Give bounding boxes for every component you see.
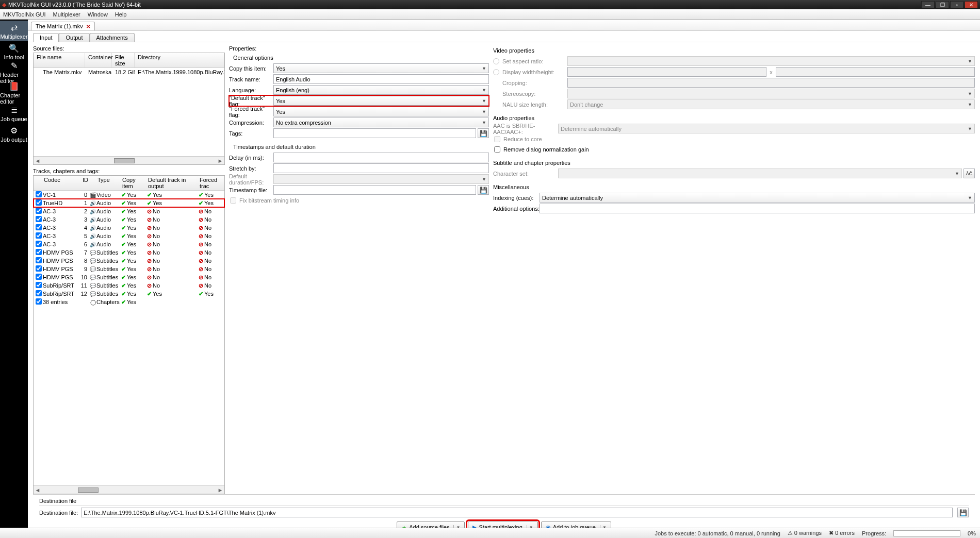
col-filesize[interactable]: File size bbox=[112, 53, 135, 68]
track-row[interactable]: VC-10🎬Video✔ Yes✔ Yes✔ Yes bbox=[34, 191, 224, 199]
file-tab[interactable]: The Matrix (1).mkv ✕ bbox=[31, 22, 95, 30]
tracks-list[interactable]: Codec ID Type Copy item Default track in… bbox=[33, 175, 225, 494]
duration-label: Default duration/FPS: bbox=[229, 173, 273, 186]
menu-gui[interactable]: MKVToolNix GUI bbox=[3, 11, 46, 18]
track-checkbox[interactable] bbox=[36, 265, 42, 272]
track-checkbox[interactable] bbox=[36, 274, 42, 280]
language-select[interactable]: English (eng)▼ bbox=[273, 85, 489, 95]
remove-dialog-checkbox[interactable] bbox=[494, 146, 500, 153]
track-checkbox[interactable] bbox=[36, 249, 42, 255]
track-row[interactable]: 38 entries◯Chapters✔ Yes bbox=[34, 298, 224, 306]
minimize-button[interactable]: — bbox=[921, 1, 935, 8]
source-file-row[interactable]: The Matrix.mkv Matroska 18.2 GiB E:\The.… bbox=[34, 68, 224, 76]
destination-input[interactable] bbox=[81, 508, 953, 517]
charset-preview-button[interactable]: ÂĈ bbox=[963, 169, 975, 178]
track-checkbox[interactable] bbox=[36, 191, 42, 197]
track-default: ⊘ No bbox=[147, 282, 199, 289]
timestamp-file-browse-button[interactable]: 💾 bbox=[478, 185, 489, 195]
col-default[interactable]: Default track in output bbox=[147, 177, 199, 189]
cell-filename: The Matrix.mkv bbox=[34, 69, 85, 76]
col-container[interactable]: Container bbox=[85, 53, 112, 68]
track-forced: ⊘ No bbox=[199, 233, 222, 240]
sidebar-info-tool[interactable]: 🔍Info tool bbox=[0, 41, 28, 62]
track-row[interactable]: HDMV PGS10💬Subtitles✔ Yes⊘ No⊘ No bbox=[34, 273, 224, 281]
track-name-input[interactable] bbox=[273, 74, 489, 84]
sidebar-multiplexer[interactable]: ⇄Multiplexer bbox=[0, 21, 28, 41]
tab-attachments[interactable]: Attachments bbox=[90, 33, 135, 42]
track-checkbox[interactable] bbox=[36, 232, 42, 239]
track-row[interactable]: AC-36🔊Audio✔ Yes⊘ No⊘ No bbox=[34, 240, 224, 248]
track-default: ✔ Yes bbox=[147, 291, 199, 297]
sidebar-chapter-editor[interactable]: 📕Chapter editor bbox=[0, 82, 28, 103]
track-row[interactable]: AC-32🔊Audio✔ Yes⊘ No⊘ No bbox=[34, 207, 224, 215]
col-id[interactable]: ID bbox=[79, 177, 89, 189]
close-tab-icon[interactable]: ✕ bbox=[86, 24, 90, 29]
track-copy: ✔ Yes bbox=[121, 208, 147, 215]
maximize-button[interactable]: ❐ bbox=[936, 1, 949, 8]
track-row[interactable]: SubRip/SRT11💬Subtitles✔ Yes⊘ No⊘ No bbox=[34, 281, 224, 290]
track-row[interactable]: AC-34🔊Audio✔ Yes⊘ No⊘ No bbox=[34, 224, 224, 232]
indexing-select[interactable]: Determine automatically▼ bbox=[540, 193, 975, 203]
track-row[interactable]: TrueHD1🔊Audio✔ Yes✔ Yes✔ Yes bbox=[34, 199, 224, 207]
stretch-input[interactable] bbox=[273, 163, 489, 173]
multiplexer-icon: ⇄ bbox=[9, 22, 19, 32]
track-row[interactable]: AC-35🔊Audio✔ Yes⊘ No⊘ No bbox=[34, 232, 224, 240]
col-codec[interactable]: Codec bbox=[43, 177, 79, 189]
track-row[interactable]: HDMV PGS9💬Subtitles✔ Yes⊘ No⊘ No bbox=[34, 265, 224, 273]
track-checkbox[interactable] bbox=[36, 208, 42, 214]
track-type-icon: 💬 bbox=[89, 275, 96, 280]
nalu-label: NALU size length: bbox=[502, 102, 567, 108]
col-directory[interactable]: Directory bbox=[135, 53, 224, 68]
col-filename[interactable]: File name bbox=[34, 53, 85, 68]
timestamp-file-input[interactable] bbox=[273, 185, 476, 195]
default-track-select[interactable]: Yes▼ bbox=[273, 96, 489, 106]
track-checkbox[interactable] bbox=[36, 224, 42, 230]
sidebar-job-output[interactable]: ⚙Job output bbox=[0, 124, 28, 144]
compression-select[interactable]: No extra compression▼ bbox=[273, 117, 489, 127]
track-checkbox[interactable] bbox=[36, 282, 42, 288]
close-button[interactable]: ✕ bbox=[965, 1, 978, 8]
track-checkbox[interactable] bbox=[36, 257, 42, 263]
tags-browse-button[interactable]: 💾 bbox=[478, 128, 489, 138]
track-row[interactable]: AC-33🔊Audio✔ Yes⊘ No⊘ No bbox=[34, 215, 224, 224]
track-type-icon: 🔊 bbox=[89, 217, 96, 223]
h-scrollbar[interactable]: ◄► bbox=[34, 156, 224, 164]
track-type-icon: 🔊 bbox=[89, 233, 96, 239]
sidebar-header-editor[interactable]: ✎Header editor bbox=[0, 62, 28, 82]
track-name-label: Track name: bbox=[229, 76, 273, 82]
tab-output[interactable]: Output bbox=[59, 33, 89, 42]
track-checkbox[interactable] bbox=[36, 241, 42, 247]
track-checkbox[interactable] bbox=[36, 216, 42, 222]
stretch-label: Stretch by: bbox=[229, 165, 273, 172]
h-scrollbar[interactable]: ◄► bbox=[34, 485, 224, 494]
delay-input[interactable] bbox=[273, 153, 489, 162]
source-files-list[interactable]: File name Container File size Directory … bbox=[33, 53, 225, 165]
track-row[interactable]: SubRip/SRT12💬Subtitles✔ Yes✔ Yes✔ Yes bbox=[34, 290, 224, 298]
menu-window[interactable]: Window bbox=[88, 11, 108, 18]
track-checkbox[interactable] bbox=[36, 199, 42, 206]
tracks-label: Tracks, chapters and tags: bbox=[33, 168, 225, 174]
track-row[interactable]: HDMV PGS7💬Subtitles✔ Yes⊘ No⊘ No bbox=[34, 248, 224, 257]
header-editor-icon: ✎ bbox=[9, 61, 19, 71]
menu-help[interactable]: Help bbox=[115, 11, 127, 18]
additional-input[interactable] bbox=[540, 204, 975, 213]
col-forced[interactable]: Forced trac bbox=[199, 177, 222, 189]
tags-input[interactable] bbox=[273, 128, 476, 138]
sidebar-job-queue[interactable]: ≣Job queue bbox=[0, 103, 28, 124]
sidebar-item-label: Info tool bbox=[4, 54, 24, 60]
track-checkbox[interactable] bbox=[36, 298, 42, 305]
col-copy[interactable]: Copy item bbox=[121, 177, 147, 189]
copy-item-select[interactable]: Yes▼ bbox=[273, 63, 489, 73]
track-codec: AC-3 bbox=[43, 233, 79, 239]
maximize2-button[interactable]: ▫ bbox=[950, 1, 963, 8]
track-row[interactable]: HDMV PGS8💬Subtitles✔ Yes⊘ No⊘ No bbox=[34, 257, 224, 265]
col-type[interactable]: Type bbox=[96, 177, 121, 189]
destination-browse-button[interactable]: 💾 bbox=[957, 508, 969, 517]
warning-icon: ⚠ bbox=[788, 530, 793, 536]
tab-input[interactable]: Input bbox=[33, 33, 59, 42]
track-checkbox[interactable] bbox=[36, 290, 42, 296]
job-output-icon: ⚙ bbox=[9, 125, 19, 136]
info-tool-icon: 🔍 bbox=[9, 43, 19, 53]
menu-multiplexer[interactable]: Multiplexer bbox=[53, 11, 80, 18]
forced-track-select[interactable]: Yes▼ bbox=[273, 107, 489, 116]
